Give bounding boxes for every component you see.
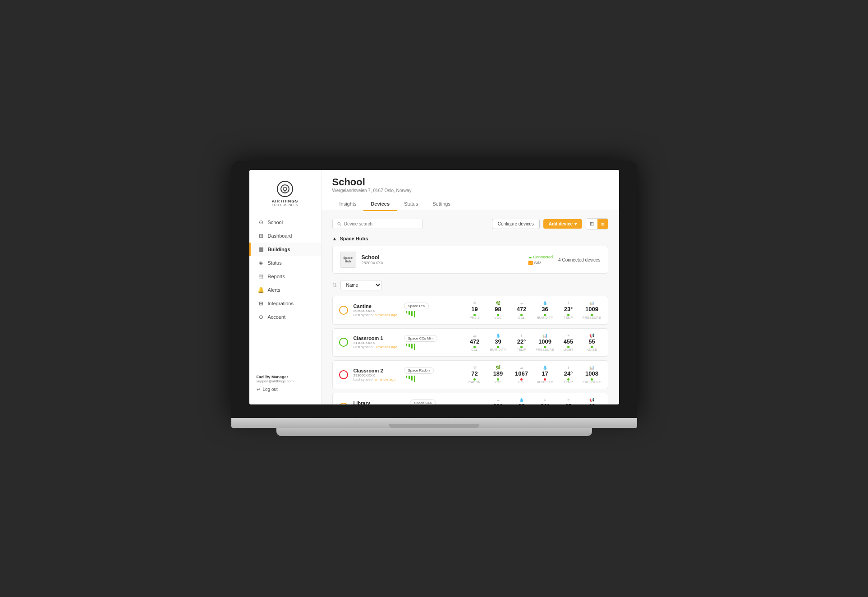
configure-devices-button[interactable]: Configure devices: [492, 219, 540, 229]
metric-value: 455: [564, 338, 574, 345]
hub-name: School: [362, 254, 523, 261]
device-type-badge: Space Pro: [404, 303, 429, 309]
metric-value: 98: [495, 306, 501, 313]
metric-label: NOISE: [587, 348, 597, 351]
logo-area: AIRTHINGS FOR BUSINESS: [249, 177, 321, 216]
device-sync: Last synced: a minute ago: [354, 377, 399, 381]
metric: 🌿 189 VOC: [489, 365, 508, 384]
logout-button[interactable]: ↩ Log out: [257, 387, 314, 392]
metric-value: 472: [470, 338, 480, 345]
space-hub-card: SpaceHub School 28200XXXX ☁ Connected: [332, 246, 608, 274]
add-device-chevron: ▾: [574, 221, 577, 226]
device-status-circle: [339, 338, 348, 347]
account-icon: ⊙: [258, 314, 264, 320]
logo-icon: [277, 181, 293, 197]
view-grid-button[interactable]: ⊞: [586, 219, 597, 229]
laptop-stand: [276, 428, 592, 436]
svg-point-3: [337, 222, 340, 225]
metric-icon: 🌡: [543, 398, 547, 402]
metric-label: PRESSURE: [583, 381, 601, 384]
metric: 📊 1009 PRESSURE: [536, 333, 555, 352]
device-type-badge: Space CO₂ Mini: [404, 335, 438, 342]
hub-info: School 28200XXXX: [362, 254, 523, 265]
metric-label: CO₂: [518, 381, 524, 384]
sidebar-item-buildings[interactable]: ▦ Buildings: [249, 243, 321, 256]
dashboard-icon: ⊞: [258, 233, 264, 239]
metric: 📢 42 NOISE: [583, 398, 602, 404]
device-name: Classroom 2: [354, 368, 399, 373]
device-sync: Last synced: 5 minutes ago: [354, 313, 399, 317]
tab-settings[interactable]: Settings: [425, 197, 458, 211]
view-toggle: ⊞ ≡: [586, 218, 608, 230]
sidebar-item-alerts[interactable]: 🔔 Alerts: [249, 283, 321, 297]
metric: ☁ 831 CO₂: [489, 398, 508, 404]
metric-label: PRESSURE: [583, 316, 601, 319]
main-content: School Wergelandsveien 7, 0167 Oslo, Nor…: [321, 170, 619, 404]
device-metrics: ❄ 19 PM2.5 🌿 98 VOC ☁ 472 CO₂ 💧 36 HUMID…: [465, 301, 602, 320]
integrations-icon: ⊞: [258, 300, 264, 307]
sidebar-item-reports[interactable]: ▤ Reports: [249, 270, 321, 283]
metric-label: PRESSURE: [536, 348, 554, 351]
metric-icon: 📢: [589, 398, 594, 402]
hub-icon: SpaceHub: [340, 252, 356, 268]
search-input[interactable]: [344, 221, 418, 226]
metric: ☢ 72 RADON: [465, 365, 484, 384]
metric-icon: 🌿: [496, 301, 501, 305]
search-icon: [337, 222, 341, 226]
hub-connected-devices: 4 Connected devices: [558, 257, 600, 262]
add-device-button[interactable]: Add device ▾: [543, 219, 582, 229]
metric-value: 189: [493, 370, 503, 377]
sidebar-item-dashboard[interactable]: ⊞ Dashboard: [249, 229, 321, 243]
metric-value: 472: [517, 306, 527, 313]
sort-select[interactable]: Name Status Last synced: [340, 280, 382, 290]
metric-label: VOC: [494, 316, 501, 319]
toolbar: Configure devices Add device ▾ ⊞ ≡: [332, 218, 608, 230]
metric: 💧 39 HUMIDITY: [489, 333, 508, 352]
tab-insights[interactable]: Insights: [332, 197, 364, 211]
sidebar-item-status[interactable]: ◈ Status: [249, 256, 321, 270]
buildings-icon: ▦: [258, 246, 264, 253]
device-id: 311000XXXX: [354, 341, 399, 345]
toolbar-right: Configure devices Add device ▾ ⊞ ≡: [492, 218, 608, 230]
tab-devices[interactable]: Devices: [363, 197, 397, 211]
metric: 💧 36 HUMIDITY: [536, 301, 555, 320]
metric: ☁ 472 CO₂: [465, 333, 484, 352]
svg-point-1: [283, 187, 287, 191]
metric-value: 22°: [517, 338, 526, 345]
metric: ☀ 65 REL. LIGHT: [559, 398, 578, 404]
metric-value: 1009: [585, 306, 598, 313]
metric: 🌡 24° TEMP: [559, 365, 578, 384]
hub-connected-label: ☁ Connected: [528, 255, 553, 259]
tab-status[interactable]: Status: [397, 197, 425, 211]
sidebar-item-integrations[interactable]: ⊞ Integrations: [249, 297, 321, 310]
top-header: School Wergelandsveien 7, 0167 Oslo, Nor…: [321, 170, 619, 211]
view-list-button[interactable]: ≡: [597, 219, 607, 229]
search-box[interactable]: [332, 219, 423, 229]
hub-status: ☁ Connected 📶 SIM: [528, 255, 553, 265]
device-card: Library 296900XXXX Last synced: a few se…: [332, 393, 608, 404]
hub-sim-label: 📶 SIM: [528, 261, 553, 265]
sort-icon: ⇅: [332, 282, 337, 289]
metric-value: 17: [542, 370, 548, 377]
device-status-circle: [339, 306, 348, 315]
metric-value: 1008: [585, 370, 598, 377]
logout-icon: ↩: [257, 387, 260, 392]
sidebar-item-account[interactable]: ⊙ Account: [249, 310, 321, 324]
metric-icon: 🌡: [566, 301, 570, 305]
metric-icon: ☁: [519, 365, 524, 370]
metric-value: 23°: [564, 306, 573, 313]
metric: 📊 1008 PRESSURE: [583, 365, 602, 384]
metric-icon: 🌡: [566, 365, 570, 370]
device-status-circle: [339, 403, 348, 404]
device-card: Classroom 2 293000XXXX Last synced: a mi…: [332, 360, 608, 389]
metric: ☁ 1067 CO₂: [512, 365, 531, 384]
sidebar-item-school[interactable]: ⊙ School: [249, 216, 321, 229]
metric-icon: ☁: [496, 398, 500, 402]
device-id: 296900XXXX: [354, 309, 399, 313]
metric-icon: 🌿: [496, 365, 501, 370]
metric-icon: 📊: [542, 333, 547, 338]
metric-icon: 📊: [589, 365, 594, 370]
metric-icon: ☁: [473, 333, 477, 338]
metric-value: 831: [493, 403, 503, 404]
filter-bar: ⇅ Name Status Last synced: [332, 280, 608, 290]
